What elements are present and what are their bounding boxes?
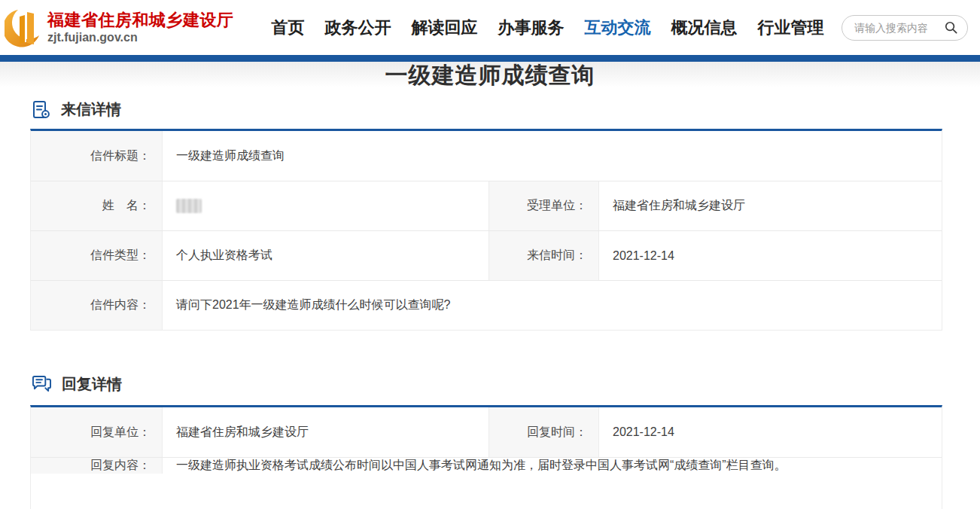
nav-item-overview[interactable]: 概况信息 <box>671 17 738 39</box>
table-row: 回复单位： 福建省住房和城乡建设厅 回复时间： 2021-12-14 <box>31 407 942 457</box>
letter-type-label: 信件类型： <box>31 231 163 280</box>
site-name: 福建省住房和城乡建设厅 <box>47 11 234 30</box>
nav-item-industry[interactable]: 行业管理 <box>758 17 824 39</box>
letter-time-value: 2021-12-14 <box>599 231 942 280</box>
table-row: 信件标题： 一级建造师成绩查询 <box>31 131 942 181</box>
brand-text: 福建省住房和城乡建设厅 zjt.fujian.gov.cn <box>47 11 234 44</box>
letter-detail-table: 信件标题： 一级建造师成绩查询 姓 名： 受理单位： 福建省住房和城乡建设厅 信… <box>30 129 942 331</box>
reply-section-title: 回复详情 <box>62 374 122 395</box>
reply-unit-value: 福建省住房和城乡建设厅 <box>163 407 488 457</box>
nav-item-services[interactable]: 办事服务 <box>498 17 565 39</box>
search-icon[interactable] <box>944 20 958 35</box>
letter-section-title: 来信详情 <box>61 99 121 120</box>
name-value <box>163 181 488 230</box>
table-row: 信件类型： 个人执业资格考试 来信时间： 2021-12-14 <box>31 230 942 280</box>
reply-section-header: 回复详情 <box>32 374 980 395</box>
letter-type-value: 个人执业资格考试 <box>163 231 488 280</box>
letter-time-label: 来信时间： <box>488 231 599 280</box>
search-box[interactable] <box>842 15 968 41</box>
letter-title-label: 信件标题： <box>31 131 163 181</box>
reply-unit-label: 回复单位： <box>31 407 163 457</box>
reply-content-label: 回复内容： <box>31 458 163 474</box>
letter-section-header: 来信详情 <box>32 99 980 120</box>
reply-detail-table: 回复单位： 福建省住房和城乡建设厅 回复时间： 2021-12-14 回复内容：… <box>30 405 942 509</box>
nav-item-gov-info[interactable]: 政务公开 <box>325 17 391 39</box>
letter-content-label: 信件内容： <box>31 281 163 330</box>
table-row: 回复内容： 一级建造师执业资格考试成绩公布时间以中国人事考试网通知为准，届时登录… <box>31 457 942 509</box>
table-row: 信件内容： 请问下2021年一级建造师成绩什么时候可以查询呢? <box>31 280 942 330</box>
table-row: 姓 名： 受理单位： 福建省住房和城乡建设厅 <box>31 181 942 230</box>
nav-item-interpretation[interactable]: 解读回应 <box>412 17 478 39</box>
letter-detail-icon <box>32 100 51 120</box>
search-input[interactable] <box>853 21 944 35</box>
nav-item-home[interactable]: 首页 <box>272 17 305 39</box>
site-url: zjt.fujian.gov.cn <box>47 31 234 44</box>
site-header: 福建省住房和城乡建设厅 zjt.fujian.gov.cn 首页 政务公开 解读… <box>0 0 980 55</box>
main-nav: 首页 政务公开 解读回应 办事服务 互动交流 概况信息 行业管理 <box>272 17 824 39</box>
name-label: 姓 名： <box>31 181 163 230</box>
accepting-unit-label: 受理单位： <box>488 181 599 230</box>
redacted-name <box>176 199 202 213</box>
reply-detail-icon <box>32 375 52 394</box>
reply-time-value: 2021-12-14 <box>599 407 942 457</box>
nav-item-interaction[interactable]: 互动交流 <box>585 17 651 39</box>
header-divider-bar <box>0 55 980 62</box>
reply-time-label: 回复时间： <box>488 407 599 457</box>
site-logo[interactable]: 福建省住房和城乡建设厅 zjt.fujian.gov.cn <box>5 7 234 49</box>
accepting-unit-value: 福建省住房和城乡建设厅 <box>599 181 942 230</box>
letter-content-value: 请问下2021年一级建造师成绩什么时候可以查询呢? <box>163 281 942 330</box>
letter-title-value: 一级建造师成绩查询 <box>163 131 942 181</box>
reply-content-value: 一级建造师执业资格考试成绩公布时间以中国人事考试网通知为准，届时登录中国人事考试… <box>163 458 942 474</box>
main-content: 一级建造师成绩查询 来信详情 信件标题： 一级建造师成绩查询 姓 名： 受理单位… <box>0 62 980 509</box>
page-title: 一级建造师成绩查询 <box>0 63 980 87</box>
logo-icon <box>5 7 41 49</box>
